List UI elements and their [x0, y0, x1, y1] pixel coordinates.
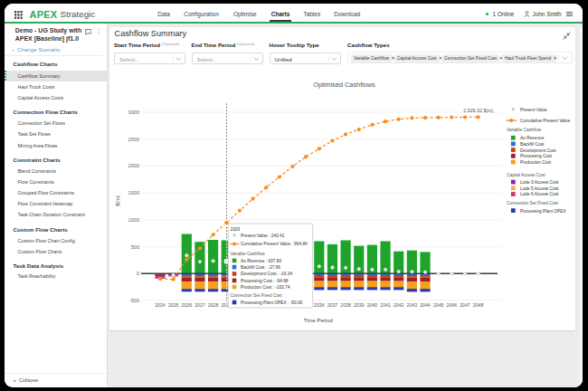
- svg-text:500: 500: [130, 244, 138, 250]
- svg-text:Processing Plant OPEX: Processing Plant OPEX: [520, 209, 566, 214]
- svg-text:Production Cost: Production Cost: [520, 160, 552, 165]
- svg-text:1500: 1500: [128, 190, 138, 196]
- svg-text:Development Cost : -16.34: Development Cost : -16.34: [241, 272, 292, 276]
- svg-text:2025: 2025: [167, 302, 178, 308]
- svg-text:Cumulative Present Value : 964: Cumulative Present Value : 964.84: [241, 242, 308, 246]
- svg-text:2044: 2044: [420, 302, 431, 308]
- svg-text:2045: 2045: [432, 302, 443, 308]
- svg-text:-500: -500: [128, 298, 138, 303]
- svg-text:2028: 2028: [207, 302, 218, 308]
- svg-text:2500: 2500: [128, 137, 138, 142]
- svg-text:Lode 5 Access Cost: Lode 5 Access Cost: [520, 186, 559, 191]
- svg-text:2042: 2042: [393, 302, 403, 308]
- svg-text:2029: 2029: [230, 227, 240, 232]
- svg-text:0: 0: [136, 271, 138, 276]
- svg-text:Variable Cashflow: Variable Cashflow: [507, 128, 542, 132]
- svg-text:Cumulative Present Value: Cumulative Present Value: [520, 119, 570, 123]
- svg-text:2000: 2000: [128, 163, 138, 168]
- svg-text:Au Revenue: Au Revenue: [520, 136, 545, 140]
- svg-text:2027: 2027: [194, 302, 205, 308]
- svg-text:Lode 3 Access Cost: Lode 3 Access Cost: [520, 180, 559, 185]
- svg-text:Production Cost : -103.74: Production Cost : -103.74: [241, 285, 290, 290]
- svg-text:Connection Set Fixed Cost: Connection Set Fixed Cost: [230, 293, 282, 298]
- svg-text:2038: 2038: [340, 302, 351, 308]
- svg-text:3000: 3000: [128, 110, 138, 115]
- svg-text:Development Cost: Development Cost: [520, 148, 556, 153]
- svg-text:2040: 2040: [366, 302, 377, 308]
- svg-text:2024: 2024: [155, 302, 166, 308]
- svg-text:1000: 1000: [128, 217, 138, 223]
- svg-text:2037: 2037: [327, 302, 337, 308]
- svg-text:Connection Set Fixed Cost: Connection Set Fixed Cost: [507, 201, 559, 205]
- svg-text:2039: 2039: [353, 302, 364, 308]
- svg-text:Optimised Cashflows: Optimised Cashflows: [313, 81, 375, 89]
- svg-text:Variable Cashflow: Variable Cashflow: [230, 252, 265, 256]
- svg-text:Present Value: Present Value: [520, 108, 547, 112]
- svg-text:Time Period: Time Period: [303, 318, 332, 323]
- svg-text:Backfill Cost : -27.66: Backfill Cost : -27.66: [241, 265, 280, 270]
- svg-text:Lode 6 Access Cost: Lode 6 Access Cost: [520, 192, 559, 196]
- svg-text:Backfill Cost: Backfill Cost: [520, 142, 545, 147]
- svg-text:Present Value : 243.41: Present Value : 243.41: [241, 234, 285, 238]
- svg-text:2047: 2047: [460, 302, 470, 308]
- svg-text:2,929.32 $(m): 2,929.32 $(m): [463, 108, 493, 113]
- svg-text:Processing Plant OPEX : -50.00: Processing Plant OPEX : -50.00: [241, 300, 303, 305]
- svg-text:Processing Cost: Processing Cost: [520, 154, 553, 158]
- svg-text:Au Revenue : 637.80: Au Revenue : 637.80: [241, 259, 281, 263]
- svg-text:2026: 2026: [181, 302, 192, 308]
- svg-text:2046: 2046: [446, 302, 457, 308]
- svg-text:Capital Access Cost: Capital Access Cost: [507, 173, 545, 177]
- svg-text:2043: 2043: [406, 302, 417, 308]
- svg-text:2041: 2041: [380, 302, 391, 308]
- svg-text:$(m): $(m): [114, 196, 119, 206]
- svg-text:2036: 2036: [314, 302, 325, 308]
- svg-text:2048: 2048: [472, 302, 483, 308]
- svg-text:Processing Cost : -94.68: Processing Cost : -94.68: [241, 279, 289, 283]
